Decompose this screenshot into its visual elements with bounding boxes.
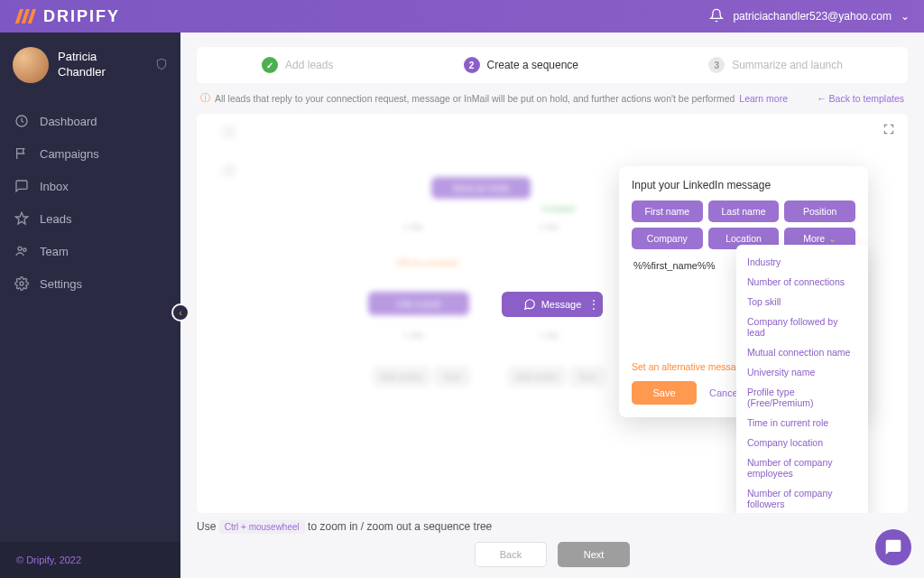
dropdown-item[interactable]: Industry xyxy=(736,252,868,272)
info-icon: ⓘ xyxy=(200,92,210,105)
dropdown-item[interactable]: Number of company followers xyxy=(736,483,868,513)
dropdown-item[interactable]: Top skill xyxy=(736,292,868,312)
brand-text: DRIPIFY xyxy=(43,7,120,26)
sidebar-item-label: Inbox xyxy=(40,180,69,193)
message-node-label: Message xyxy=(541,299,582,310)
sidebar: Patricia Chandler Dashboard Campaigns In… xyxy=(0,33,180,578)
user-name: Patricia Chandler xyxy=(58,50,146,80)
back-to-templates-link[interactable]: ← Back to templates xyxy=(817,93,904,104)
shield-icon xyxy=(155,58,168,73)
svg-point-4 xyxy=(18,247,22,250)
chip-first-name[interactable]: First name xyxy=(632,200,703,222)
sidebar-item-label: Dashboard xyxy=(40,115,97,128)
brand-logo[interactable]: DRIPIFY xyxy=(14,7,120,26)
dropdown-item[interactable]: Profile type (Free/Premium) xyxy=(736,382,868,413)
sidebar-footer: © Dripify, 2022 xyxy=(0,542,180,578)
sidebar-item-inbox[interactable]: Inbox xyxy=(0,170,180,202)
user-email[interactable]: patriciachandler523@yahoo.com xyxy=(733,10,892,23)
bell-icon[interactable] xyxy=(709,8,724,25)
collapse-sidebar-button[interactable]: ‹ xyxy=(171,303,189,322)
step-add-leads[interactable]: ✓ Add leads xyxy=(262,57,333,73)
chip-company[interactable]: Company xyxy=(632,228,703,249)
sidebar-item-label: Team xyxy=(40,245,69,258)
back-button[interactable]: Back xyxy=(475,542,547,567)
topbar: DRIPIFY patriciachandler523@yahoo.com ⌄ xyxy=(0,0,924,33)
chip-position[interactable]: Position xyxy=(784,200,855,222)
team-icon xyxy=(14,244,29,258)
dropdown-item[interactable]: Number of connections xyxy=(736,272,868,292)
dropdown-item[interactable]: Company location xyxy=(736,433,868,452)
message-icon xyxy=(523,298,536,311)
sidebar-item-label: Campaigns xyxy=(40,147,99,161)
dropdown-item[interactable]: Company followed by lead xyxy=(736,312,868,342)
learn-more-link[interactable]: Learn more xyxy=(739,93,788,104)
step-create-sequence[interactable]: 2 Create a sequence xyxy=(464,57,578,73)
kebab-icon[interactable]: ⋮ xyxy=(588,298,599,311)
chip-last-name[interactable]: Last name xyxy=(708,200,780,222)
more-variables-dropdown: Industry Number of connections Top skill… xyxy=(736,245,868,513)
dropdown-item[interactable]: Number of company employees xyxy=(736,452,868,483)
stepper: ✓ Add leads 2 Create a sequence 3 Summar… xyxy=(197,47,908,83)
sidebar-item-leads[interactable]: Leads xyxy=(0,202,180,235)
dropdown-item[interactable]: University name xyxy=(736,362,868,382)
chat-icon xyxy=(14,179,29,193)
svg-point-5 xyxy=(23,248,26,251)
star-icon xyxy=(14,211,29,226)
main: ✓ Add leads 2 Create a sequence 3 Summar… xyxy=(180,33,924,578)
flag-icon xyxy=(14,146,29,161)
sidebar-item-dashboard[interactable]: Dashboard xyxy=(0,105,180,137)
dashboard-icon xyxy=(14,114,29,128)
step-summarize[interactable]: 3 Summarize and launch xyxy=(708,57,843,73)
check-icon: ✓ xyxy=(262,57,278,73)
shortcut-code: Ctrl + mousewheel xyxy=(219,520,305,534)
sidebar-item-label: Leads xyxy=(40,212,71,226)
chevron-down-icon: ⌄ xyxy=(828,233,836,244)
dropdown-item[interactable]: Time in current role xyxy=(736,413,868,433)
sidebar-item-team[interactable]: Team xyxy=(0,235,180,267)
save-button[interactable]: Save xyxy=(632,381,697,405)
svg-point-6 xyxy=(20,282,23,285)
logo-icon xyxy=(14,9,38,23)
nav-list: Dashboard Campaigns Inbox Leads Team Set… xyxy=(0,105,180,300)
sidebar-item-settings[interactable]: Settings xyxy=(0,267,180,300)
zoom-hint: Use Ctrl + mousewheel to zoom in / zoom … xyxy=(197,520,908,533)
gear-icon xyxy=(14,276,29,291)
sequence-canvas[interactable]: Send an invite 1 day 1 day Still not acc… xyxy=(197,114,908,513)
next-button[interactable]: Next xyxy=(558,542,630,567)
dropdown-item[interactable]: Mutual connection name xyxy=(736,342,868,362)
set-alternative-link[interactable]: Set an alternative message xyxy=(632,361,746,372)
chevron-down-icon[interactable]: ⌄ xyxy=(901,10,910,23)
sidebar-item-label: Settings xyxy=(40,277,82,291)
info-bar: ⓘ All leads that reply to your connectio… xyxy=(180,83,924,114)
message-node[interactable]: Message ⋮ xyxy=(502,292,603,317)
user-block[interactable]: Patricia Chandler xyxy=(0,33,180,98)
chat-icon xyxy=(884,538,902,556)
sidebar-item-campaigns[interactable]: Campaigns xyxy=(0,137,180,170)
chat-fab[interactable] xyxy=(875,529,911,565)
info-text: All leads that reply to your connection … xyxy=(215,93,735,104)
popup-title: Input your LinkedIn message xyxy=(632,179,855,191)
avatar xyxy=(13,47,49,83)
wizard-nav: Back Next xyxy=(180,533,924,578)
